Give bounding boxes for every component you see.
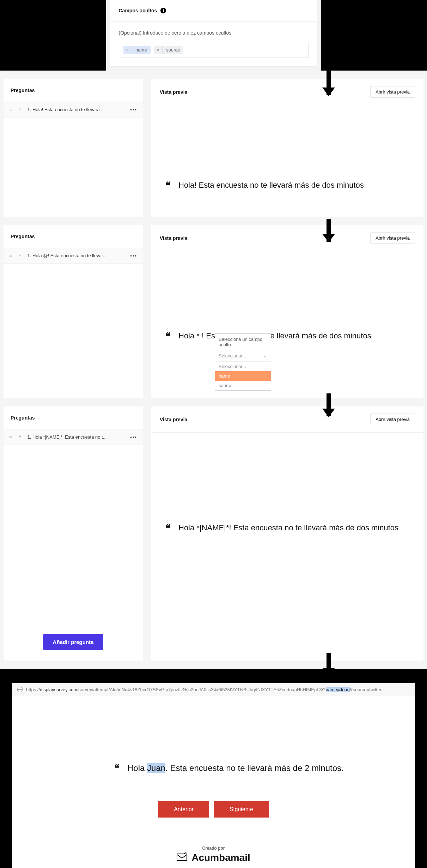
step-1: Preguntas = ❝ 1. Hola! Esta encuesta no …: [0, 79, 427, 217]
quote-icon: ❝: [165, 331, 171, 341]
question-type-icon: ❝: [16, 434, 23, 440]
question-item[interactable]: = ❝ 1. Hola! Esta encuesta no te llevará…: [4, 102, 143, 117]
preview-panel: Vista previa Abrir vista previa ❝ Hola *…: [151, 225, 423, 398]
more-icon[interactable]: •••: [130, 434, 137, 440]
statement-text: Hola * ! Esta encuesta no te llevará más…: [178, 331, 371, 340]
tag-source[interactable]: × source: [154, 46, 184, 54]
info-icon[interactable]: i: [160, 8, 166, 13]
drag-handle-icon[interactable]: =: [9, 107, 12, 112]
brand-footer: Creado por Acumbamail: [33, 846, 394, 863]
question-type-icon: ❝: [16, 253, 23, 258]
arrow-icon: [327, 393, 331, 416]
preview-panel: Vista previa Abrir vista previa ❝ Hola *…: [151, 406, 423, 661]
hidden-field-selector[interactable]: Selecciona un campo oculto Seleccionar..…: [215, 333, 271, 391]
quote-icon: ❝: [165, 181, 171, 191]
hidden-field-select[interactable]: Seleccionar... ⌄: [215, 350, 271, 362]
step-2: Preguntas = ❝ 1. Hola @! Esta encuesta n…: [0, 225, 427, 398]
statement-text: Hola! Esta encuesta no te llevará más de…: [178, 181, 364, 190]
hf-option[interactable]: name: [215, 371, 271, 381]
tag-name[interactable]: × name: [123, 46, 151, 54]
hf-option[interactable]: source: [215, 381, 271, 390]
question-type-icon: ❝: [16, 107, 23, 112]
drag-handle-icon[interactable]: =: [9, 253, 12, 258]
drag-handle-icon[interactable]: =: [9, 434, 12, 440]
hidden-field-options: Seleccionar... name source: [215, 362, 271, 390]
hidden-fields-input[interactable]: × name × source: [119, 42, 309, 58]
open-preview-button[interactable]: Abrir vista previa: [370, 232, 415, 244]
step-3: Preguntas = ❝ 1. Hola *|NAME|*! Esta enc…: [0, 406, 427, 661]
hidden-fields-card: Campos ocultos i (Opcional) Introduce de…: [106, 0, 321, 71]
preview-title: Vista previa: [160, 89, 187, 95]
next-button[interactable]: Siguiente: [214, 801, 269, 818]
questions-title: Preguntas: [4, 406, 143, 429]
question-item[interactable]: = ❝ 1. Hola @! Esta encuesta no te lleva…: [4, 248, 143, 264]
brand-prefix: Creado por: [33, 846, 394, 851]
prev-button[interactable]: Anterior: [158, 801, 209, 818]
close-icon[interactable]: ×: [123, 46, 132, 54]
questions-panel: Preguntas = ❝ 1. Hola @! Esta encuesta n…: [4, 225, 143, 398]
brand-name: Acumbamail: [191, 852, 250, 863]
questions-panel: Preguntas = ❝ 1. Hola *|NAME|*! Esta enc…: [4, 406, 143, 661]
chevron-down-icon: ⌄: [263, 353, 267, 358]
url-bar[interactable]: https://displaysurvey.com/survey/attempt…: [12, 683, 415, 696]
hidden-fields-title: Campos ocultos: [119, 8, 157, 13]
quote-icon: ❝: [114, 763, 120, 773]
hidden-fields-hint: (Opcional) Introduce de cero a diez camp…: [119, 30, 309, 36]
question-item[interactable]: = ❝ 1. Hola *|NAME|*! Esta encuesta no t…: [4, 429, 143, 445]
statement-text: Hola *|NAME|*! Esta encuesta no te lleva…: [178, 523, 398, 532]
questions-title: Preguntas: [4, 225, 143, 248]
questions-panel: Preguntas = ❝ 1. Hola! Esta encuesta no …: [4, 79, 143, 217]
svg-rect-0: [177, 854, 187, 861]
question-text: 1. Hola @! Esta encuesta no te llevar...: [28, 253, 126, 258]
hidden-field-selector-title: Selecciona un campo oculto: [215, 334, 271, 350]
survey-statement: Hola Juan. Esta encuesta no te llevará m…: [127, 763, 344, 773]
arrow-icon: [327, 653, 331, 676]
more-icon[interactable]: •••: [130, 253, 137, 258]
hf-option[interactable]: Seleccionar...: [215, 362, 271, 371]
arrow-icon: [327, 71, 331, 95]
url-text: https://displaysurvey.com/survey/attempt…: [26, 687, 382, 692]
question-text: 1. Hola *|NAME|*! Esta encuesta no t...: [28, 434, 126, 440]
browser-window: https://displaysurvey.com/survey/attempt…: [12, 683, 415, 868]
url-param-highlight: name=Juan: [326, 687, 350, 692]
merged-name: Juan: [147, 763, 165, 773]
quote-icon: ❝: [165, 523, 171, 533]
question-text: 1. Hola! Esta encuesta no te llevará ...: [28, 107, 126, 112]
more-icon[interactable]: •••: [130, 107, 137, 112]
add-question-button[interactable]: Añadir pregunta: [43, 634, 104, 650]
preview-title: Vista previa: [160, 235, 187, 241]
preview-title: Vista previa: [160, 417, 187, 422]
arrow-icon: [327, 219, 331, 242]
globe-icon: [17, 687, 23, 692]
close-icon[interactable]: ×: [154, 46, 163, 54]
mail-icon: [177, 852, 187, 863]
open-preview-button[interactable]: Abrir vista previa: [370, 414, 415, 425]
preview-panel: Vista previa Abrir vista previa ❝ Hola! …: [151, 79, 423, 217]
open-preview-button[interactable]: Abrir vista previa: [370, 86, 415, 98]
questions-title: Preguntas: [4, 79, 143, 102]
